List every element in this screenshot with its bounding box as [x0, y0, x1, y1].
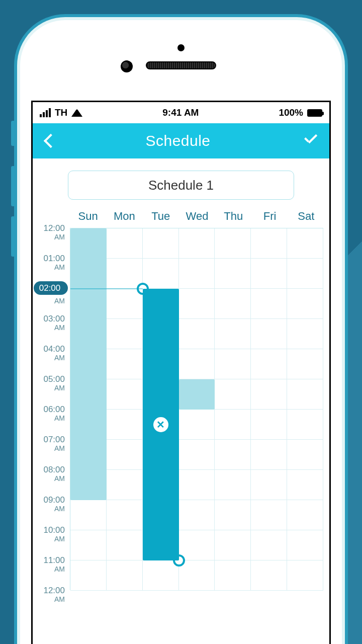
hour-row[interactable]: [70, 349, 323, 379]
hour-row[interactable]: [70, 228, 323, 259]
screen: TH 9:41 AM 100% Schedule Schedule 1 Sun …: [31, 101, 331, 644]
phone-frame: TH 9:41 AM 100% Schedule Schedule 1 Sun …: [20, 20, 342, 644]
day-label: Sun: [70, 210, 106, 223]
hour-row[interactable]: [70, 500, 323, 530]
days-header: Sun Mon Tue Wed Thu Fri Sat: [33, 208, 329, 228]
status-time: 9:41 AM: [162, 107, 199, 118]
time-label: 05:00AM: [33, 375, 68, 391]
time-label: 04:00AM: [33, 345, 68, 361]
time-label: 01:00AM: [33, 254, 68, 271]
day-label: Mon: [106, 210, 142, 223]
hour-row[interactable]: [70, 319, 323, 349]
day-label: Thu: [215, 210, 251, 223]
hour-row[interactable]: [70, 410, 323, 440]
time-label: 03:00AM: [33, 314, 68, 331]
phone-side-button: [11, 121, 16, 146]
hour-row[interactable]: [70, 560, 323, 591]
hour-row[interactable]: [70, 259, 323, 289]
time-label: 12:00AM: [33, 586, 68, 603]
hour-row[interactable]: [70, 289, 323, 319]
day-label: Fri: [251, 210, 288, 223]
schedule-block[interactable]: [70, 228, 107, 500]
signal-icon: [40, 108, 51, 117]
hour-row[interactable]: [70, 470, 323, 500]
day-label: Wed: [179, 210, 215, 223]
time-label-ampm: AM: [33, 296, 68, 304]
phone-side-button: [11, 166, 16, 206]
carrier-label: TH: [55, 107, 67, 118]
back-button[interactable]: [44, 133, 53, 148]
schedule-block[interactable]: [179, 379, 215, 410]
wifi-icon: [71, 109, 82, 117]
phone-notch: [20, 20, 342, 96]
day-label: Sat: [288, 210, 324, 223]
hour-row[interactable]: [70, 440, 323, 470]
time-label: 12:00AM: [33, 224, 68, 240]
battery-percent: 100%: [279, 107, 303, 118]
schedule-grid[interactable]: 12:00AM01:00AM02:00AM03:00AM04:00AM05:00…: [33, 228, 329, 590]
page-title: Schedule: [145, 132, 210, 149]
time-label: 09:00AM: [33, 496, 68, 512]
day-label: Tue: [143, 210, 179, 223]
time-label: 11:00AM: [33, 556, 68, 573]
delete-block-button[interactable]: ✕: [153, 417, 168, 432]
battery-icon: [307, 109, 322, 117]
status-bar: TH 9:41 AM 100%: [33, 102, 329, 123]
guide-line: [70, 288, 143, 289]
nav-bar: Schedule: [33, 123, 329, 158]
phone-side-button: [11, 216, 16, 257]
confirm-button[interactable]: [303, 135, 318, 147]
hour-row[interactable]: [70, 530, 323, 560]
schedule-name-input[interactable]: Schedule 1: [68, 171, 294, 200]
schedule-block-active[interactable]: ✕: [143, 289, 179, 560]
time-label: 08:00AM: [33, 465, 68, 482]
time-label: 10:00AM: [33, 526, 68, 542]
time-label: 02:00: [34, 281, 68, 295]
time-label: 06:00AM: [33, 405, 68, 422]
time-label: 07:00AM: [33, 435, 68, 452]
